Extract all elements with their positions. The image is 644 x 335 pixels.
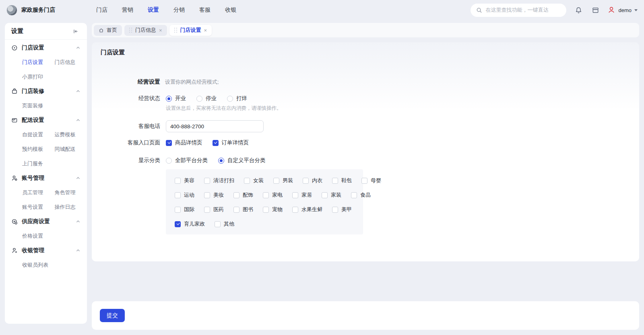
bell-icon[interactable] xyxy=(574,5,583,15)
chevron-up-icon[interactable] xyxy=(76,176,80,181)
sidebar-item-operation-log[interactable]: 操作日志 xyxy=(55,203,87,211)
category-checkbox-item[interactable]: 医药 xyxy=(204,206,224,213)
radio-icon[interactable] xyxy=(166,96,172,102)
checkbox-icon[interactable] xyxy=(213,140,219,146)
radio-suspend[interactable]: 停业 xyxy=(196,95,217,102)
category-checkbox-item[interactable]: 水果生鲜 xyxy=(292,206,322,213)
sidebar-item-price-settings[interactable]: 价格设置 xyxy=(22,232,57,240)
close-tab-icon[interactable]: × xyxy=(204,28,207,33)
sidebar-item-role-management[interactable]: 角色管理 xyxy=(55,189,87,196)
chevron-up-icon[interactable] xyxy=(76,248,80,253)
sidebar-item-freight-template[interactable]: 运费模板 xyxy=(55,131,87,138)
sidebar-item-door-service[interactable]: 上门服务 xyxy=(22,160,57,167)
nav-item-distribution[interactable]: 分销 xyxy=(173,5,186,15)
nav-item-stores[interactable]: 门店 xyxy=(95,5,108,15)
user-menu[interactable]: demo xyxy=(607,6,638,14)
tab-store-settings[interactable]: 门店设置 × xyxy=(169,25,212,36)
radio-icon[interactable] xyxy=(196,96,202,102)
radio-all-platform-categories[interactable]: 全部平台分类 xyxy=(166,157,208,164)
radio-custom-platform-categories[interactable]: 自定义平台分类 xyxy=(218,157,266,164)
category-checkbox-item[interactable]: 母婴 xyxy=(361,177,381,184)
checkbox-icon[interactable] xyxy=(263,192,269,198)
tab-home[interactable]: 首页 xyxy=(94,25,122,36)
checkbox-icon[interactable] xyxy=(322,192,328,198)
radio-icon[interactable] xyxy=(227,96,233,102)
radio-closed[interactable]: 打烊 xyxy=(227,95,247,102)
chevron-up-icon[interactable] xyxy=(76,118,80,123)
category-checkbox-item[interactable]: 其他 xyxy=(215,220,234,228)
category-checkbox-item[interactable]: 家居 xyxy=(292,191,312,199)
checkbox-icon[interactable] xyxy=(332,207,338,213)
sidebar-item-staff-management[interactable]: 员工管理 xyxy=(22,189,55,196)
checkbox-icon[interactable] xyxy=(351,192,357,198)
category-checkbox-item[interactable]: 家电 xyxy=(263,191,283,199)
checkbox-icon[interactable] xyxy=(303,178,309,184)
category-checkbox-item[interactable]: 食品 xyxy=(351,191,371,199)
sidebar-item-pickup-settings[interactable]: 自提设置 xyxy=(22,131,55,138)
nav-item-service[interactable]: 客服 xyxy=(198,5,211,15)
checkbox-icon[interactable] xyxy=(292,207,298,213)
category-checkbox-item[interactable]: 男装 xyxy=(273,177,293,184)
checkbox-icon[interactable] xyxy=(233,192,239,198)
checkbox-icon[interactable] xyxy=(273,178,279,184)
nav-item-settings[interactable]: 设置 xyxy=(147,5,160,15)
category-checkbox-item[interactable]: 运动 xyxy=(175,191,194,199)
chevron-up-icon[interactable] xyxy=(76,89,80,94)
sidebar-item-store-info[interactable]: 门店信息 xyxy=(55,59,87,66)
category-checkbox-item[interactable]: 美容 xyxy=(175,177,194,184)
sidebar-item-city-delivery[interactable]: 同城配送 xyxy=(55,146,87,153)
checkbox-icon[interactable] xyxy=(292,192,298,198)
sidebar-item-receipt-print[interactable]: 小票打印 xyxy=(22,73,57,80)
radio-icon[interactable] xyxy=(166,158,172,164)
service-phone-input[interactable] xyxy=(166,120,264,132)
close-tab-icon[interactable]: × xyxy=(159,28,162,33)
category-checkbox-item[interactable]: 鞋包 xyxy=(332,177,352,184)
radio-icon[interactable] xyxy=(218,158,224,164)
checkbox-icon[interactable] xyxy=(175,221,181,227)
category-checkbox-item[interactable]: 美妆 xyxy=(204,191,224,199)
drag-handle-icon[interactable] xyxy=(129,28,132,33)
chevron-up-icon[interactable] xyxy=(76,219,80,224)
sidebar-group-supplier-settings[interactable]: 供应商设置 xyxy=(5,214,87,229)
shop-icon[interactable] xyxy=(590,5,600,15)
checkbox-icon[interactable] xyxy=(175,178,181,184)
category-checkbox-item[interactable]: 清洁打扫 xyxy=(204,177,234,184)
global-search-input[interactable]: 在这里查找功能，一键直达 xyxy=(471,4,566,17)
tab-store-info[interactable]: 门店信息 × xyxy=(124,25,167,36)
category-checkbox-item[interactable]: 内衣 xyxy=(303,177,322,184)
radio-open[interactable]: 开业 xyxy=(166,95,186,102)
sidebar-item-cashier-list[interactable]: 收银员列表 xyxy=(22,261,57,269)
submit-button[interactable]: 提交 xyxy=(100,309,125,322)
category-checkbox-item[interactable]: 宠物 xyxy=(263,206,283,213)
sidebar-group-store-decoration[interactable]: 门店装修 xyxy=(5,84,87,99)
category-checkbox-item[interactable]: 图书 xyxy=(233,206,253,213)
collapse-sidebar-icon[interactable] xyxy=(71,27,80,36)
sidebar-item-page-decoration[interactable]: 页面装修 xyxy=(22,102,57,109)
sidebar-item-account-settings[interactable]: 账号设置 xyxy=(22,203,55,211)
sidebar-group-cashier-management[interactable]: 收银管理 xyxy=(5,243,87,258)
category-checkbox-item[interactable]: 家装 xyxy=(322,191,341,199)
checkbox-icon[interactable] xyxy=(204,192,210,198)
category-checkbox-item[interactable]: 国际 xyxy=(175,206,194,213)
checkbox-icon[interactable] xyxy=(233,207,239,213)
checkbox-icon[interactable] xyxy=(263,207,269,213)
nav-item-cashier[interactable]: 收银 xyxy=(224,5,237,15)
category-checkbox-item[interactable]: 美甲 xyxy=(332,206,352,213)
checkbox-icon[interactable] xyxy=(166,140,172,146)
checkbox-order-detail-page[interactable]: 订单详情页 xyxy=(213,139,249,146)
checkbox-icon[interactable] xyxy=(244,178,250,184)
drag-handle-icon[interactable] xyxy=(174,28,178,33)
checkbox-icon[interactable] xyxy=(204,178,210,184)
category-checkbox-item[interactable]: 女装 xyxy=(244,177,264,184)
chevron-up-icon[interactable] xyxy=(76,45,80,50)
checkbox-icon[interactable] xyxy=(215,221,221,227)
sidebar-item-booking-template[interactable]: 预约模板 xyxy=(22,146,55,153)
checkbox-icon[interactable] xyxy=(175,207,181,213)
sidebar-group-account-management[interactable]: 账号管理 xyxy=(5,171,87,185)
sidebar-item-store-settings[interactable]: 门店设置 xyxy=(22,59,55,66)
category-checkbox-item[interactable]: 配饰 xyxy=(233,191,253,199)
sidebar-group-delivery-settings[interactable]: 配送设置 xyxy=(5,113,87,127)
checkbox-icon[interactable] xyxy=(332,178,338,184)
category-checkbox-item[interactable]: 育儿家政 xyxy=(175,220,205,228)
checkbox-icon[interactable] xyxy=(204,207,210,213)
